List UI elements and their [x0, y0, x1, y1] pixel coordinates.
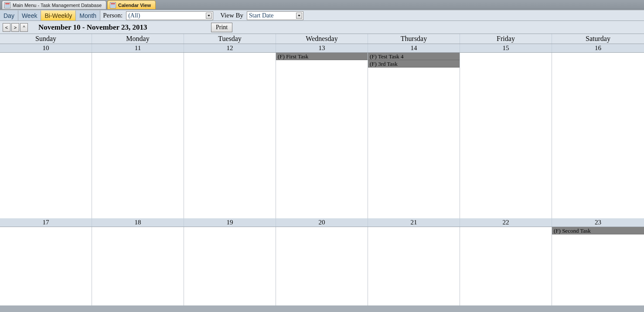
dow-wednesday: Wednesday	[276, 34, 368, 44]
dow-sunday: Sunday	[0, 34, 92, 44]
day-col[interactable]: (F) Second Task	[552, 227, 644, 305]
person-label: Person:	[100, 12, 126, 19]
dow-tuesday: Tuesday	[184, 34, 276, 44]
day-col[interactable]	[92, 53, 184, 218]
tab-label: Calendar View	[118, 3, 151, 8]
dow-friday: Friday	[460, 34, 552, 44]
dow-monday: Monday	[92, 34, 184, 44]
calendar-event[interactable]: (F) 3rd Task	[368, 60, 460, 68]
chevron-down-icon	[206, 13, 212, 19]
day-col[interactable]	[460, 227, 552, 305]
viewby-select[interactable]: Start Date	[247, 11, 303, 20]
day-of-week-header: Sunday Monday Tuesday Wednesday Thursday…	[0, 34, 644, 44]
date-cell[interactable]: 11	[92, 44, 184, 52]
day-col[interactable]	[92, 227, 184, 305]
tab-label: Main Menu - Task Management Database	[13, 3, 102, 8]
view-mode-biweekly[interactable]: Bi-Weekly	[41, 10, 76, 20]
svg-rect-3	[111, 5, 115, 7]
view-mode-week[interactable]: Week	[18, 10, 41, 20]
day-col[interactable]	[184, 53, 276, 218]
calendar-event[interactable]: (F) Test Task 4	[368, 53, 460, 60]
person-value: (All)	[128, 12, 140, 19]
form-icon	[110, 2, 116, 8]
view-mode-month[interactable]: Month	[76, 10, 100, 20]
svg-rect-2	[111, 3, 115, 4]
chevron-down-icon	[296, 13, 302, 19]
day-col[interactable]	[276, 227, 368, 305]
date-cell[interactable]: 15	[460, 44, 552, 52]
svg-rect-0	[5, 3, 10, 4]
day-col[interactable]	[368, 227, 460, 305]
day-col[interactable]	[0, 53, 92, 218]
date-cell[interactable]: 14	[368, 44, 460, 52]
nav-next-button[interactable]: >	[11, 23, 19, 32]
date-cell[interactable]: 16	[552, 44, 644, 52]
date-cell[interactable]: 22	[460, 218, 552, 227]
nav-prev-button[interactable]: <	[3, 23, 10, 32]
day-col[interactable]	[552, 53, 644, 218]
person-select[interactable]: (All)	[126, 11, 213, 20]
viewby-label: View By	[218, 12, 247, 19]
form-icon	[4, 2, 10, 8]
date-cell[interactable]: 10	[0, 44, 92, 52]
week2-body: (F) Second Task	[0, 227, 644, 305]
svg-rect-1	[5, 5, 10, 7]
date-cell[interactable]: 13	[276, 44, 368, 52]
nav-up-button[interactable]: ^	[20, 23, 28, 32]
day-col[interactable]	[460, 53, 552, 218]
day-col[interactable]	[0, 227, 92, 305]
calendar-event[interactable]: (F) Second Task	[552, 227, 644, 234]
date-cell[interactable]: 23	[552, 218, 644, 227]
view-toolbar: Day Week Bi-Weekly Month Person: (All) V…	[0, 10, 644, 21]
day-col[interactable]	[184, 227, 276, 305]
tab-calendar-view[interactable]: Calendar View	[107, 0, 156, 9]
calendar-event[interactable]: (F) First Task	[276, 53, 368, 60]
dow-saturday: Saturday	[552, 34, 644, 44]
document-tab-strip: Main Menu - Task Management Database Cal…	[0, 0, 644, 10]
date-cell[interactable]: 18	[92, 218, 184, 227]
day-col[interactable]: (F) Test Task 4 (F) 3rd Task	[368, 53, 460, 218]
view-mode-day[interactable]: Day	[0, 10, 18, 20]
date-cell[interactable]: 19	[184, 218, 276, 227]
tab-main-menu[interactable]: Main Menu - Task Management Database	[2, 0, 106, 9]
print-button[interactable]: Print	[211, 23, 232, 32]
date-cell[interactable]: 21	[368, 218, 460, 227]
date-range-title: November 10 - November 23, 2013	[38, 23, 147, 32]
date-cell[interactable]: 20	[276, 218, 368, 227]
date-nav-bar: < > ^ November 10 - November 23, 2013 Pr…	[0, 21, 644, 34]
date-cell[interactable]: 12	[184, 44, 276, 52]
viewby-value: Start Date	[249, 12, 273, 19]
date-row-week1: 10 11 12 13 14 15 16	[0, 44, 644, 53]
day-col[interactable]: (F) First Task	[276, 53, 368, 218]
week1-body: (F) First Task (F) Test Task 4 (F) 3rd T…	[0, 53, 644, 218]
dow-thursday: Thursday	[368, 34, 460, 44]
date-row-week2: 17 18 19 20 21 22 23	[0, 218, 644, 227]
date-cell[interactable]: 17	[0, 218, 92, 227]
